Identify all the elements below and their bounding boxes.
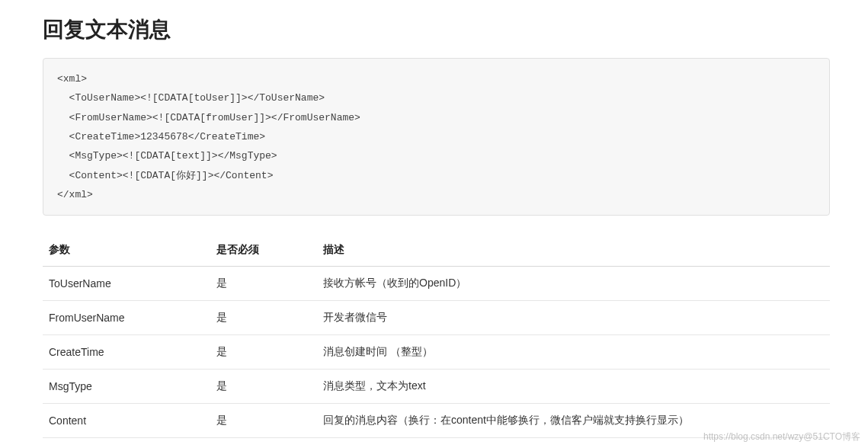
header-required: 是否必须 — [210, 235, 317, 267]
table-row: FromUserName 是 开发者微信号 — [43, 301, 830, 335]
table-header-row: 参数 是否必须 描述 — [43, 235, 830, 267]
table-row: MsgType 是 消息类型，文本为text — [43, 370, 830, 404]
section-heading: 回复文本消息 — [43, 15, 830, 44]
table-row: CreateTime 是 消息创建时间 （整型） — [43, 335, 830, 370]
cell-param: CreateTime — [43, 335, 210, 370]
cell-description: 回复的消息内容（换行：在content中能够换行，微信客户端就支持换行显示） — [317, 404, 830, 438]
cell-required: 是 — [210, 335, 317, 370]
header-description: 描述 — [317, 235, 830, 267]
cell-description: 消息创建时间 （整型） — [317, 335, 830, 370]
cell-param: Content — [43, 404, 210, 438]
cell-description: 开发者微信号 — [317, 301, 830, 335]
header-param: 参数 — [43, 235, 210, 267]
params-table: 参数 是否必须 描述 ToUserName 是 接收方帐号（收到的OpenID）… — [43, 235, 830, 438]
cell-required: 是 — [210, 404, 317, 438]
cell-required: 是 — [210, 301, 317, 335]
table-row: Content 是 回复的消息内容（换行：在content中能够换行，微信客户端… — [43, 404, 830, 438]
cell-description: 接收方帐号（收到的OpenID） — [317, 267, 830, 301]
cell-required: 是 — [210, 267, 317, 301]
cell-param: MsgType — [43, 370, 210, 404]
cell-required: 是 — [210, 370, 317, 404]
table-row: ToUserName 是 接收方帐号（收到的OpenID） — [43, 267, 830, 301]
xml-code-block: <xml> <ToUserName><![CDATA[toUser]]></To… — [43, 58, 830, 216]
cell-description: 消息类型，文本为text — [317, 370, 830, 404]
cell-param: ToUserName — [43, 267, 210, 301]
cell-param: FromUserName — [43, 301, 210, 335]
